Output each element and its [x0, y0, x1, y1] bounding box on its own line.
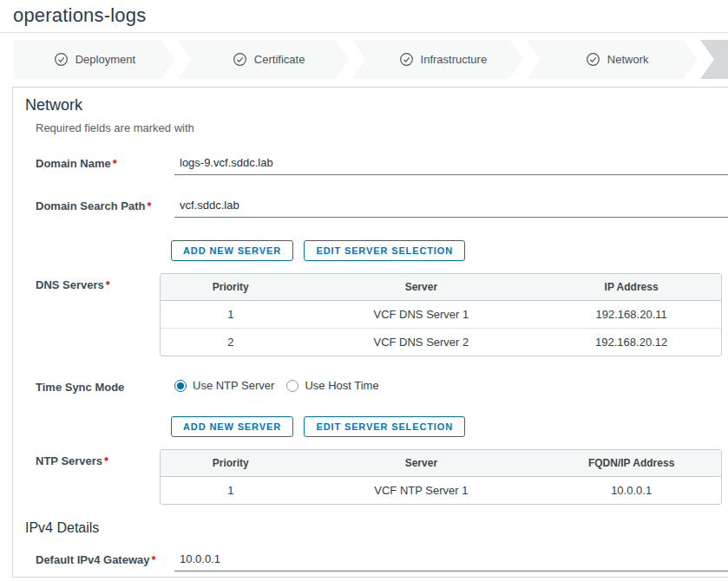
radio-label: Use NTP Server	[193, 379, 274, 392]
required-asterisk: *	[106, 278, 110, 291]
ntp-edit-server-selection-button[interactable]: EDIT SERVER SELECTION	[304, 416, 465, 437]
required-asterisk: *	[147, 199, 151, 212]
wizard-step-label: Deployment	[75, 53, 135, 66]
time-sync-mode-label: Time Sync Mode	[36, 375, 174, 394]
radio-use-host-time[interactable]: Use Host Time	[286, 379, 378, 392]
domain-name-label: Domain Name*	[36, 152, 174, 170]
table-cell: VCF DNS Server 2	[301, 329, 542, 356]
ntp-servers-label: NTP Servers*	[36, 449, 160, 467]
column-header: Server	[301, 450, 542, 477]
required-asterisk: *	[113, 157, 117, 170]
domain-name-input[interactable]	[174, 152, 728, 175]
dns-servers-row: DNS Servers* PriorityServerIP Address1VC…	[36, 273, 728, 356]
ntp-buttons-row: ADD NEW SERVER EDIT SERVER SELECTION	[36, 416, 728, 437]
table-header-row: PriorityServerIP Address	[161, 274, 721, 301]
wizard-step-label: Network	[607, 53, 649, 66]
page-title: operations-logs	[13, 4, 728, 27]
table-header-row: PriorityServerFQDN/IP Address	[161, 450, 721, 477]
dns-edit-server-selection-button[interactable]: EDIT SERVER SELECTION	[304, 240, 465, 261]
check-circle-icon	[233, 52, 247, 67]
wizard-step-label: Infrastructure	[421, 53, 488, 66]
table-cell: 2	[161, 329, 301, 356]
column-header: IP Address	[541, 274, 721, 301]
required-asterisk: *	[152, 553, 156, 566]
table-cell: 192.168.20.12	[541, 329, 721, 356]
dns-servers-table: PriorityServerIP Address1VCF DNS Server …	[160, 273, 722, 356]
ntp-servers-table: PriorityServerFQDN/IP Address1VCF NTP Se…	[160, 449, 722, 505]
table-cell: VCF DNS Server 1	[301, 301, 542, 329]
radio-use-ntp-server[interactable]: Use NTP Server	[174, 379, 274, 392]
required-note: Required fields are marked with	[36, 121, 728, 134]
table-row: 2VCF DNS Server 2192.168.20.12	[161, 329, 721, 356]
ipv4-gateway-input[interactable]	[174, 548, 728, 571]
ipv4-details-title: IPv4 Details	[25, 520, 728, 536]
wizard-stepper: Deployment Certificate Infrastructure Ne…	[14, 40, 728, 79]
radio-label: Use Host Time	[305, 379, 378, 392]
radio-icon[interactable]	[286, 380, 298, 392]
table-row: 1VCF DNS Server 1192.168.20.11	[161, 301, 721, 329]
domain-search-path-input[interactable]	[174, 194, 728, 218]
required-asterisk: *	[104, 454, 108, 467]
ipv4-gateway-label: Default IPv4 Gateway*	[36, 548, 174, 566]
time-sync-radio-group: Use NTP Server Use Host Time	[174, 375, 379, 392]
column-header: Priority	[161, 274, 301, 301]
column-header: Server	[301, 274, 542, 301]
next-step-chevron-icon	[700, 40, 728, 79]
domain-search-path-label: Domain Search Path*	[36, 194, 174, 212]
domain-name-row: Domain Name*	[36, 152, 728, 175]
section-title: Network	[25, 96, 728, 114]
wizard-step-network[interactable]: Network	[526, 40, 698, 79]
ntp-servers-row: NTP Servers* PriorityServerFQDN/IP Addre…	[36, 449, 728, 505]
wizard-step-infrastructure[interactable]: Infrastructure	[352, 40, 524, 79]
ntp-add-new-server-button[interactable]: ADD NEW SERVER	[171, 416, 293, 437]
radio-icon[interactable]	[174, 380, 187, 392]
table-cell: VCF NTP Server 1	[301, 477, 542, 505]
network-form-card: Network Required fields are marked with …	[12, 87, 728, 578]
table-cell: 1	[161, 477, 301, 505]
table-cell: 192.168.20.11	[541, 301, 721, 329]
time-sync-mode-row: Time Sync Mode Use NTP Server Use Host T…	[36, 375, 728, 394]
wizard-step-deployment[interactable]: Deployment	[14, 40, 175, 79]
dns-servers-label: DNS Servers*	[36, 273, 160, 291]
dns-add-new-server-button[interactable]: ADD NEW SERVER	[171, 240, 293, 261]
check-circle-icon	[54, 52, 69, 67]
wizard-step-label: Certificate	[254, 53, 305, 66]
domain-search-path-row: Domain Search Path*	[36, 194, 728, 218]
column-header: FQDN/IP Address	[541, 450, 721, 477]
title-divider	[0, 32, 728, 33]
table-cell: 1	[161, 301, 301, 329]
dns-buttons-row: ADD NEW SERVER EDIT SERVER SELECTION	[36, 240, 728, 261]
column-header: Priority	[161, 450, 301, 477]
wizard-step-certificate[interactable]: Certificate	[178, 40, 350, 79]
check-circle-icon	[586, 52, 600, 67]
table-row: 1VCF NTP Server 110.0.0.1	[161, 477, 721, 505]
table-cell: 10.0.0.1	[541, 477, 721, 505]
page-header: operations-logs	[0, 0, 728, 27]
check-circle-icon	[399, 52, 414, 67]
ipv4-gateway-row: Default IPv4 Gateway*	[36, 548, 728, 571]
